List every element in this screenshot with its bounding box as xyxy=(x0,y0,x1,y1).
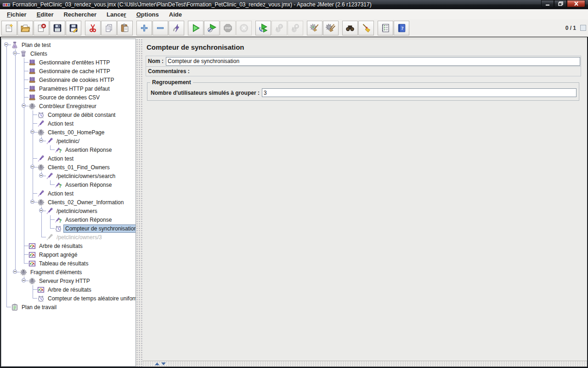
restore-button[interactable] xyxy=(554,0,567,7)
new-button[interactable] xyxy=(1,21,17,35)
collapse-all-button[interactable] xyxy=(153,21,168,35)
toggle-button[interactable] xyxy=(169,21,184,35)
tree-row[interactable]: Gestionnaire de cache HTTP xyxy=(2,67,136,75)
splitter-expand-up-icon[interactable] xyxy=(155,362,159,365)
tree-row[interactable]: Action test xyxy=(2,154,136,163)
start-no-pauses-button[interactable] xyxy=(204,21,220,35)
tree-connector xyxy=(20,58,28,67)
menu-rechercher[interactable]: Rechercher xyxy=(58,10,102,19)
tree-expand-handle[interactable] xyxy=(13,270,17,274)
collapse-all-icon xyxy=(155,23,165,33)
tree-row[interactable]: Arbre de résultats xyxy=(2,285,136,294)
tree-expand-handle[interactable] xyxy=(30,130,34,134)
tree-row[interactable]: ?Assertion Réponse xyxy=(2,180,136,189)
tree-row[interactable]: Clients xyxy=(2,49,136,58)
start-button[interactable] xyxy=(188,21,204,35)
copy-button[interactable] xyxy=(101,21,117,35)
expand-all-icon xyxy=(139,23,149,33)
tree-row[interactable]: Serveur Proxy HTTP xyxy=(2,276,136,285)
close-button[interactable] xyxy=(567,0,585,7)
cut-button[interactable] xyxy=(85,21,101,35)
tree-row[interactable]: Source de données CSV xyxy=(2,93,136,102)
tree-row[interactable]: /petclinic/owners/3 xyxy=(2,233,136,242)
minimize-button[interactable] xyxy=(541,0,554,7)
tree-guide xyxy=(37,224,46,233)
toolbar-group xyxy=(85,21,133,35)
tree-row[interactable]: Plan de test xyxy=(2,40,136,49)
copy-icon xyxy=(104,23,114,33)
tree-expand-handle[interactable] xyxy=(39,208,43,213)
tree-guide xyxy=(11,180,20,189)
tree-expand-handle[interactable] xyxy=(22,278,26,282)
tree-connector xyxy=(37,207,46,215)
splitter-collapse-down-icon[interactable] xyxy=(161,362,166,365)
name-input[interactable] xyxy=(166,57,580,66)
menu-options[interactable]: Options xyxy=(131,10,164,19)
tree-row[interactable]: Gestionnaire de cookies HTTP xyxy=(2,75,136,84)
save-button[interactable] xyxy=(50,21,65,35)
clear-all-button[interactable] xyxy=(323,21,339,35)
tree-expand-handle[interactable] xyxy=(39,173,43,178)
menu-fichier[interactable]: Fichier xyxy=(2,10,32,19)
name-row: Nom : xyxy=(146,56,581,67)
tree-row[interactable]: /petclinic/owners/search xyxy=(2,172,136,180)
tree-expand-handle[interactable] xyxy=(30,200,34,204)
menu-aide[interactable]: Aide xyxy=(164,10,187,19)
log-panel-splitter[interactable] xyxy=(142,361,587,367)
tree-guide xyxy=(28,215,37,224)
tree-expand-handle[interactable] xyxy=(22,104,26,108)
tree-row[interactable]: Clients_02_Owner_Information xyxy=(2,198,136,207)
tree-expand-handle[interactable] xyxy=(13,51,17,55)
tree-row[interactable]: ?Assertion Réponse xyxy=(2,145,136,154)
tree-row[interactable]: Clients_01_Find_Owners xyxy=(2,163,136,172)
menu-editer[interactable]: Editer xyxy=(32,10,59,19)
tree-row[interactable]: Gestionnaire d'entêtes HTTP xyxy=(2,58,136,67)
open-button[interactable] xyxy=(17,21,33,35)
controller-icon xyxy=(37,128,45,136)
tree-row[interactable]: Arbre de résultats xyxy=(2,242,136,250)
vertical-splitter[interactable] xyxy=(136,39,142,367)
tree-row[interactable]: Compteur de temps aléatoire uniforme xyxy=(2,294,136,303)
menu-lancer[interactable]: Lancer xyxy=(102,10,131,19)
expand-all-button[interactable] xyxy=(136,21,152,35)
close-file-button[interactable] xyxy=(34,21,49,35)
tree-row[interactable]: Plan de travail xyxy=(2,303,136,311)
tree-row[interactable]: Paramètres HTTP par défaut xyxy=(2,84,136,93)
function-helper-button[interactable] xyxy=(378,21,393,35)
tree-expand-handle[interactable] xyxy=(30,165,34,169)
tree-row[interactable]: Compteur de synchronisation xyxy=(2,224,136,233)
tree-guide xyxy=(11,294,20,303)
tree-row[interactable]: Compteur de débit constant xyxy=(2,110,136,119)
search-button[interactable] xyxy=(342,21,358,35)
toolbar: STOPS?0 / 1 xyxy=(0,19,588,37)
tree-row[interactable]: /petclinic/owners xyxy=(2,207,136,215)
tree-row[interactable]: Rapport agrégé xyxy=(2,250,136,259)
tree-guide xyxy=(11,172,20,180)
tree-row[interactable]: Action test xyxy=(2,119,136,128)
paste-button[interactable] xyxy=(117,21,133,35)
search-reset-button[interactable] xyxy=(358,21,374,35)
tree-guide xyxy=(28,224,37,233)
tree-row[interactable]: /petclinic/ xyxy=(2,137,136,145)
remote-start-all-button[interactable] xyxy=(255,21,271,35)
tree-row[interactable]: ?Assertion Réponse xyxy=(2,215,136,224)
users-to-group-input[interactable] xyxy=(262,88,577,97)
comments-input[interactable] xyxy=(192,68,580,75)
tree-connector xyxy=(20,84,28,93)
clear-button[interactable] xyxy=(307,21,322,35)
tree-guide xyxy=(28,145,37,154)
tree-row[interactable]: Tableau de résultats xyxy=(2,259,136,268)
tree-row[interactable]: Contrôleur Enregistreur xyxy=(2,102,136,110)
tree-row[interactable]: Clients_00_HomePage xyxy=(2,128,136,137)
tree-guide xyxy=(11,259,20,268)
name-label: Nom : xyxy=(147,58,166,64)
tree-expand-handle[interactable] xyxy=(39,138,43,143)
help-button[interactable]: ? xyxy=(394,21,409,35)
tree-row[interactable]: Action test xyxy=(2,189,136,198)
tree-connector xyxy=(2,303,11,311)
tree-row[interactable]: Fragment d'éléments xyxy=(2,268,136,276)
tree-guide xyxy=(2,75,11,84)
tree-expand-handle[interactable] xyxy=(4,42,8,46)
tree-guide xyxy=(20,119,28,128)
save-as-button[interactable] xyxy=(66,21,81,35)
